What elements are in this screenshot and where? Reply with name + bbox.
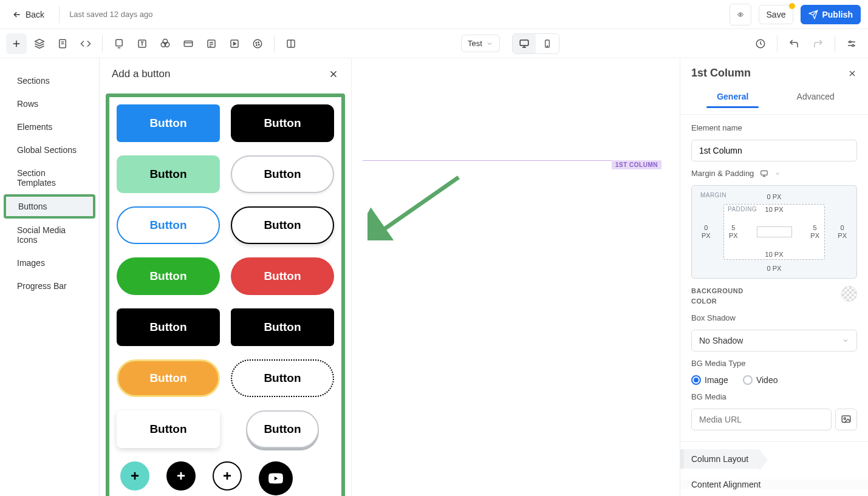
svg-rect-5 [116,39,123,46]
back-label: Back [26,10,44,19]
sidenav-item-images[interactable]: Images [0,251,99,274]
columns-tool[interactable] [281,33,301,54]
bg-media-type-video[interactable]: Video [743,375,778,385]
bg-color-swatch[interactable] [841,286,857,302]
media-tool[interactable] [224,33,245,54]
margin-top-input[interactable]: 0 PX [767,193,782,200]
cookie-tool[interactable] [247,33,268,54]
svg-point-18 [253,39,262,48]
sidenav-item-section-templates[interactable]: Section Templates [0,161,99,194]
form-tool[interactable] [201,33,222,54]
popup-tool[interactable] [109,33,129,54]
sidenav-item-elements[interactable]: Elements [0,115,99,138]
sidenav-item-buttons[interactable]: Buttons [4,194,95,219]
clock-icon [755,38,766,49]
button-preset-white-3d[interactable]: Button [246,410,319,448]
padding-label: PADDING [728,206,757,212]
settings-toggle[interactable] [841,33,862,54]
text-icon [137,38,148,49]
drop-icon [160,38,171,49]
close-icon [847,69,857,78]
button-preset-round-outline[interactable]: + [213,461,242,491]
bg-media-picker-button[interactable] [835,409,857,430]
button-preset-orange-pill[interactable]: Button [117,359,220,397]
button-preset-blue-outline[interactable]: Button [117,206,220,244]
annotation-arrow [367,174,465,240]
pages-tool[interactable] [52,33,73,54]
margin-left-input[interactable]: 0PX [702,224,711,240]
device-desktop[interactable] [513,34,536,53]
chevron-down-icon [842,337,849,344]
button-preset-round-youtube[interactable] [259,461,293,495]
panel-title: Add a button [112,68,170,80]
inspector-panel: 1st Column General Advanced Element name… [680,58,868,496]
button-preset-mint-solid[interactable]: Button [117,155,220,193]
bg-media-type-image[interactable]: Image [691,375,728,385]
button-preset-round-teal[interactable]: + [120,461,149,491]
color-tool[interactable] [155,33,176,54]
svg-rect-25 [520,40,528,46]
divider [59,6,60,23]
tab-general[interactable]: General [691,86,774,114]
svg-point-45 [844,418,846,420]
redo-icon [813,38,824,49]
text-tool[interactable] [132,33,152,54]
accordion-column-layout[interactable]: Column Layout [680,449,759,469]
box-shadow-label: Box Shadow [691,313,857,322]
code-tool[interactable] [75,33,96,54]
button-preset-black-rounded[interactable]: Button [231,104,334,142]
sidenav-item-progress-bar[interactable]: Progress Bar [0,274,99,297]
box-shadow-select[interactable]: No Shadow [691,330,857,352]
element-name-input[interactable] [691,140,857,161]
sidenav-item-rows[interactable]: Rows [0,92,99,115]
padding-bottom-input[interactable]: 10 PX [765,251,784,258]
preview-button[interactable] [730,4,751,25]
close-inspector-button[interactable] [847,69,857,78]
publish-button[interactable]: Publish [801,5,861,24]
sidenav-item-global-sections[interactable]: Global Sections [0,138,99,161]
button-preset-white-shadow[interactable]: Button [117,410,220,448]
add-element-tool[interactable] [6,33,27,54]
margin-bottom-input[interactable]: 0 PX [767,265,782,272]
tab-advanced[interactable]: Advanced [774,86,858,114]
svg-point-34 [852,44,854,46]
history-button[interactable] [750,33,771,54]
button-preset-dotted-outline[interactable]: Button [231,359,334,397]
desktop-icon [519,38,530,49]
device-mobile[interactable] [536,34,559,53]
chevron-down-icon[interactable] [774,171,781,177]
button-preset-black-solid-1[interactable]: Button [117,308,220,346]
padding-top-input[interactable]: 10 PX [765,206,784,213]
button-preset-grey-pill[interactable]: Button [231,155,334,193]
svg-point-22 [259,44,260,45]
divider [777,35,777,52]
button-preset-blue-solid[interactable]: Button [117,104,220,142]
save-button[interactable]: Save [759,5,794,24]
redo-button[interactable] [808,33,829,54]
publish-label: Publish [822,10,853,19]
card-tool[interactable] [178,33,199,54]
button-preset-red-pill[interactable]: Button [231,257,334,295]
back-button[interactable]: Back [7,6,49,23]
responsive-icon[interactable] [759,169,770,178]
accordion-content-alignment[interactable]: Content Alignment [680,480,868,489]
button-preset-black-outline[interactable]: Button [231,206,334,244]
margin-right-input[interactable]: 0PX [838,224,847,240]
bg-media-url-input[interactable] [691,409,832,430]
editor-canvas[interactable]: 1ST COLUMN [352,58,680,496]
sidenav-item-sections[interactable]: Sections [0,69,99,92]
sidenav-item-social-media-icons[interactable]: Social Media Icons [0,219,99,251]
padding-right-input[interactable]: 5PX [810,224,819,240]
button-preset-black-solid-2[interactable]: Button [231,308,334,346]
button-preset-round-black[interactable]: + [166,461,196,491]
divider [835,35,835,52]
padding-left-input[interactable]: 5PX [729,224,738,240]
margin-label: MARGIN [700,192,726,199]
card-icon [183,38,194,49]
button-preset-green-pill[interactable]: Button [117,257,220,295]
layers-tool[interactable] [29,33,50,54]
breakpoint-select[interactable]: Test [461,35,500,52]
close-panel-button[interactable] [328,69,339,80]
undo-button[interactable] [784,33,804,54]
code-icon [80,38,91,49]
